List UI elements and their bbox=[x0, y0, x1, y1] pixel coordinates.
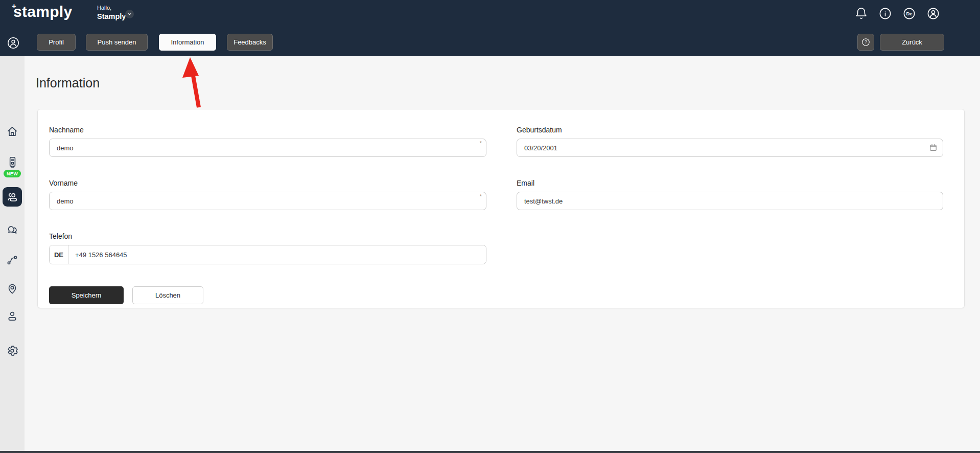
page-title: Information bbox=[36, 76, 100, 90]
tab-push-senden[interactable]: Push senden bbox=[86, 34, 148, 51]
svg-text:?: ? bbox=[865, 39, 867, 44]
question-mark-icon: ? bbox=[861, 37, 871, 47]
journey-route-icon[interactable] bbox=[6, 253, 19, 266]
greeting-name: Stamply bbox=[97, 12, 126, 21]
vorname-input[interactable] bbox=[49, 192, 486, 210]
greeting-label: Hallo, bbox=[97, 5, 126, 12]
profile-person-icon[interactable] bbox=[6, 309, 19, 323]
form-column-right: Geburtsdatum Email bbox=[517, 126, 943, 304]
nachname-input-wrap: * bbox=[49, 139, 486, 157]
vorname-input-wrap: * bbox=[49, 192, 486, 210]
terminal-device-icon[interactable] bbox=[6, 156, 19, 169]
email-input[interactable] bbox=[517, 192, 943, 210]
header-icon-group: De bbox=[854, 7, 940, 20]
home-icon[interactable] bbox=[6, 125, 19, 138]
email-label: Email bbox=[517, 179, 943, 187]
greeting: Hallo, Stamply bbox=[97, 5, 126, 21]
language-badge-text: De bbox=[906, 11, 912, 16]
nachname-input[interactable] bbox=[49, 139, 486, 157]
new-badge: NEW bbox=[4, 170, 21, 177]
sidebar-item-customers-active[interactable] bbox=[3, 187, 22, 207]
users-icon bbox=[6, 190, 19, 203]
field-email: Email bbox=[517, 179, 943, 210]
geburtsdatum-input[interactable] bbox=[517, 139, 943, 157]
location-pin-icon[interactable] bbox=[6, 282, 19, 295]
vorname-label: Vorname bbox=[49, 179, 486, 187]
logo-plus-mark: + bbox=[12, 2, 16, 10]
field-geburtsdatum: Geburtsdatum bbox=[517, 126, 943, 157]
nachname-label: Nachname bbox=[49, 126, 486, 134]
chat-icon[interactable] bbox=[6, 223, 19, 237]
language-de-icon[interactable]: De bbox=[902, 7, 916, 20]
chevron-down-icon bbox=[127, 11, 132, 17]
form-column-left: Nachname * Vorname * Telefon DE bbox=[49, 126, 486, 304]
bottom-edge-strip bbox=[0, 451, 980, 453]
stamply-logo: + stamply bbox=[13, 3, 72, 20]
save-button[interactable]: Speichern bbox=[49, 286, 124, 304]
back-button[interactable]: Zurück bbox=[880, 34, 944, 51]
form-actions: Speichern Löschen bbox=[49, 286, 486, 304]
country-code-selector[interactable]: DE bbox=[50, 245, 68, 264]
logo-text: stamply bbox=[13, 3, 72, 20]
email-input-wrap bbox=[517, 192, 943, 210]
left-sidebar: NEW bbox=[0, 56, 25, 451]
geburtsdatum-input-wrap bbox=[517, 139, 943, 157]
calendar-icon[interactable] bbox=[929, 143, 938, 152]
delete-button[interactable]: Löschen bbox=[132, 286, 203, 304]
tab-profil[interactable]: Profil bbox=[37, 34, 76, 51]
user-account-icon[interactable] bbox=[926, 7, 940, 20]
help-button[interactable]: ? bbox=[857, 34, 874, 51]
field-vorname: Vorname * bbox=[49, 179, 486, 210]
notifications-bell-icon[interactable] bbox=[854, 7, 868, 20]
tab-information[interactable]: Information bbox=[159, 34, 216, 51]
field-telefon: Telefon DE bbox=[49, 232, 486, 264]
telefon-input-wrap: DE bbox=[49, 245, 486, 264]
required-marker: * bbox=[480, 193, 482, 199]
telefon-label: Telefon bbox=[49, 232, 486, 240]
geburtsdatum-label: Geburtsdatum bbox=[517, 126, 943, 134]
annotation-arrow bbox=[174, 56, 225, 112]
account-dropdown-toggle[interactable] bbox=[125, 10, 134, 18]
telefon-input[interactable] bbox=[68, 245, 486, 264]
profile-section-icon bbox=[7, 36, 20, 50]
information-card: Nachname * Vorname * Telefon DE bbox=[37, 109, 965, 308]
top-header: + stamply Hallo, Stamply De bbox=[0, 0, 980, 56]
tab-feedbacks[interactable]: Feedbacks bbox=[227, 34, 273, 51]
main-content: Information Nachname * Vorname * bbox=[25, 56, 980, 451]
info-icon[interactable] bbox=[878, 7, 892, 20]
field-nachname: Nachname * bbox=[49, 126, 486, 157]
settings-gear-icon[interactable] bbox=[6, 344, 19, 357]
required-marker: * bbox=[480, 140, 482, 146]
